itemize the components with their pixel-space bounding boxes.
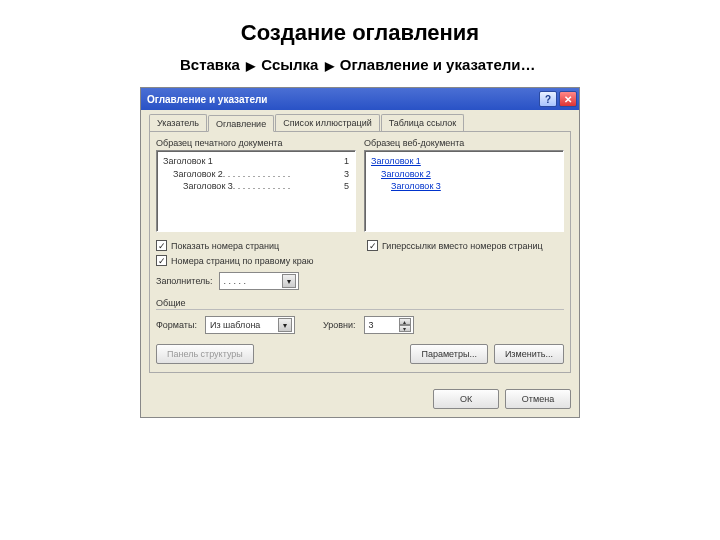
print-preview-line: Заголовок 2 [173,169,223,179]
tab-toc[interactable]: Оглавление [208,115,274,132]
print-preview-page: 5 [344,180,349,193]
tab-strip: Указатель Оглавление Список иллюстраций … [149,114,571,132]
chevron-right-icon: ▶ [246,59,255,73]
spinner-levels[interactable]: 3 ▴ ▾ [364,316,414,334]
breadcrumb-step3: Оглавление и указатели… [340,56,536,73]
button-options[interactable]: Параметры... [410,344,487,364]
print-preview-page: 1 [344,155,349,168]
dialog-title: Оглавление и указатели [147,94,537,105]
button-modify[interactable]: Изменить... [494,344,564,364]
label-filler: Заполнитель: [156,276,213,286]
dropdown-formats[interactable]: Из шаблона ▾ [205,316,295,334]
dropdown-formats-value: Из шаблона [210,320,274,330]
breadcrumb-step1: Вставка [180,56,240,73]
checkbox-show-page-numbers[interactable]: ✓ [156,240,167,251]
dialog-toc: Оглавление и указатели ? ✕ Указатель Огл… [140,87,580,418]
chevron-right-icon: ▶ [325,59,334,73]
label-show-page-numbers: Показать номера страниц [171,241,279,251]
print-preview-line: Заголовок 3 [183,181,233,191]
spinner-down-icon[interactable]: ▾ [399,325,411,332]
close-button[interactable]: ✕ [559,91,577,107]
label-levels: Уровни: [323,320,356,330]
print-preview-line: Заголовок 1 [163,155,213,168]
label-right-align: Номера страниц по правому краю [171,256,313,266]
spinner-levels-value: 3 [369,320,396,330]
checkbox-hyperlinks[interactable]: ✓ [367,240,378,251]
chevron-down-icon[interactable]: ▾ [278,318,292,332]
help-button[interactable]: ? [539,91,557,107]
print-preview-page: 3 [344,168,349,181]
web-preview-link[interactable]: Заголовок 2 [381,168,557,181]
web-preview-link[interactable]: Заголовок 3 [391,180,557,193]
section-general: Общие [156,298,564,310]
tab-index[interactable]: Указатель [149,114,207,131]
breadcrumb: Вставка ▶ Ссылка ▶ Оглавление и указател… [180,56,720,73]
preview-web-label: Образец веб-документа [364,138,564,148]
preview-web-box[interactable]: Заголовок 1 Заголовок 2 Заголовок 3 [364,150,564,232]
tab-authorities[interactable]: Таблица ссылок [381,114,465,131]
tab-panel: Образец печатного документа Заголовок 11… [149,132,571,373]
label-formats: Форматы: [156,320,197,330]
button-show-structure[interactable]: Панель структуры [156,344,254,364]
dropdown-filler[interactable]: . . . . . ▾ [219,272,299,290]
print-preview-dots: . . . . . . . . . . . . . . [223,169,291,179]
spinner-up-icon[interactable]: ▴ [399,318,411,325]
page-title: Создание оглавления [0,20,720,46]
chevron-down-icon[interactable]: ▾ [282,274,296,288]
ok-button[interactable]: ОК [433,389,499,409]
breadcrumb-step2: Ссылка [261,56,318,73]
dropdown-filler-value: . . . . . [224,276,278,286]
preview-print-box[interactable]: Заголовок 11 Заголовок 2. . . . . . . . … [156,150,356,232]
titlebar[interactable]: Оглавление и указатели ? ✕ [141,88,579,110]
tab-illustrations[interactable]: Список иллюстраций [275,114,380,131]
preview-print-label: Образец печатного документа [156,138,356,148]
checkbox-right-align[interactable]: ✓ [156,255,167,266]
label-hyperlinks: Гиперссылки вместо номеров страниц [382,241,543,251]
print-preview-dots: . . . . . . . . . . . . [233,181,291,191]
web-preview-link[interactable]: Заголовок 1 [371,155,557,168]
cancel-button[interactable]: Отмена [505,389,571,409]
